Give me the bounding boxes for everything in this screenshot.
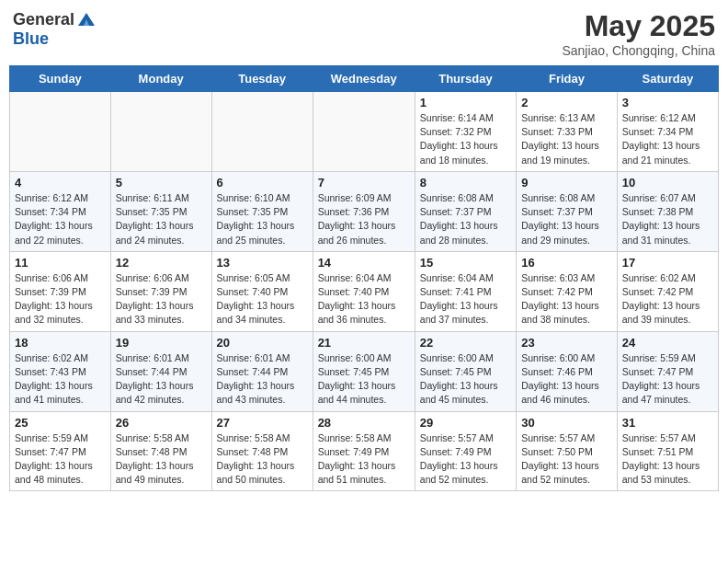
day-number: 14 [318,256,410,270]
calendar-cell: 24Sunrise: 5:59 AMSunset: 7:47 PMDayligh… [617,331,718,411]
calendar-cell: 21Sunrise: 6:00 AMSunset: 7:45 PMDayligh… [313,331,415,411]
calendar-cell: 11Sunrise: 6:06 AMSunset: 7:39 PMDayligh… [10,251,111,331]
day-info: Sunrise: 5:58 AMSunset: 7:48 PMDaylight:… [217,431,308,488]
calendar-cell: 12Sunrise: 6:06 AMSunset: 7:39 PMDayligh… [110,251,211,331]
calendar-cell: 30Sunrise: 5:57 AMSunset: 7:50 PMDayligh… [517,411,618,491]
day-number: 18 [15,336,106,350]
day-number: 8 [420,176,511,190]
day-number: 28 [318,416,410,430]
calendar-cell: 25Sunrise: 5:59 AMSunset: 7:47 PMDayligh… [10,411,111,491]
day-number: 25 [15,416,106,430]
calendar-cell: 5Sunrise: 6:11 AMSunset: 7:35 PMDaylight… [110,171,211,251]
calendar-header-row: SundayMondayTuesdayWednesdayThursdayFrid… [10,66,719,92]
day-info: Sunrise: 6:14 AMSunset: 7:32 PMDaylight:… [420,111,511,167]
calendar-cell [211,92,313,172]
calendar-cell: 16Sunrise: 6:03 AMSunset: 7:42 PMDayligh… [517,251,618,331]
day-number: 27 [217,416,308,430]
calendar-cell [10,92,111,172]
day-number: 17 [622,256,713,270]
day-info: Sunrise: 6:09 AMSunset: 7:36 PMDaylight:… [318,191,410,247]
day-info: Sunrise: 6:08 AMSunset: 7:37 PMDaylight:… [420,191,511,247]
calendar-cell: 13Sunrise: 6:05 AMSunset: 7:40 PMDayligh… [211,251,313,331]
calendar-cell: 28Sunrise: 5:58 AMSunset: 7:49 PMDayligh… [313,411,415,491]
calendar-cell: 20Sunrise: 6:01 AMSunset: 7:44 PMDayligh… [211,331,313,411]
calendar-cell: 27Sunrise: 5:58 AMSunset: 7:48 PMDayligh… [211,411,313,491]
day-number: 2 [521,96,612,109]
day-number: 13 [217,256,308,270]
calendar-cell: 7Sunrise: 6:09 AMSunset: 7:36 PMDaylight… [313,171,415,251]
day-number: 9 [521,176,612,190]
day-number: 10 [622,176,713,190]
day-number: 11 [15,256,106,270]
day-info: Sunrise: 6:00 AMSunset: 7:45 PMDaylight:… [420,351,511,408]
calendar-cell: 1Sunrise: 6:14 AMSunset: 7:32 PMDaylight… [415,92,516,172]
day-info: Sunrise: 6:02 AMSunset: 7:42 PMDaylight:… [622,271,713,327]
day-info: Sunrise: 6:00 AMSunset: 7:45 PMDaylight:… [318,351,410,408]
logo-blue-text: Blue [13,29,49,49]
day-number: 31 [622,416,713,430]
calendar-cell [313,92,415,172]
calendar-table: SundayMondayTuesdayWednesdayThursdayFrid… [9,65,719,491]
day-number: 21 [318,336,410,350]
day-info: Sunrise: 6:06 AMSunset: 7:39 PMDaylight:… [116,271,207,327]
day-number: 15 [420,256,511,270]
column-header-tuesday: Tuesday [211,66,313,92]
day-info: Sunrise: 5:58 AMSunset: 7:48 PMDaylight:… [116,431,207,488]
month-title: May 2025 [562,9,715,43]
day-number: 30 [521,416,612,430]
calendar-cell: 14Sunrise: 6:04 AMSunset: 7:40 PMDayligh… [313,251,415,331]
column-header-thursday: Thursday [415,66,516,92]
calendar-cell: 23Sunrise: 6:00 AMSunset: 7:46 PMDayligh… [517,331,618,411]
day-info: Sunrise: 6:02 AMSunset: 7:43 PMDaylight:… [15,351,106,408]
calendar-cell: 22Sunrise: 6:00 AMSunset: 7:45 PMDayligh… [415,331,516,411]
day-info: Sunrise: 5:58 AMSunset: 7:49 PMDaylight:… [318,431,410,488]
column-header-friday: Friday [517,66,618,92]
calendar-week-4: 18Sunrise: 6:02 AMSunset: 7:43 PMDayligh… [10,331,719,411]
day-number: 6 [217,176,308,190]
calendar-cell: 6Sunrise: 6:10 AMSunset: 7:35 PMDaylight… [211,171,313,251]
calendar-cell: 17Sunrise: 6:02 AMSunset: 7:42 PMDayligh… [617,251,718,331]
day-info: Sunrise: 5:59 AMSunset: 7:47 PMDaylight:… [15,431,106,488]
column-header-sunday: Sunday [10,66,111,92]
day-number: 16 [521,256,612,270]
day-number: 7 [318,176,410,190]
calendar-cell: 15Sunrise: 6:04 AMSunset: 7:41 PMDayligh… [415,251,516,331]
day-info: Sunrise: 6:05 AMSunset: 7:40 PMDaylight:… [217,271,308,327]
calendar-cell: 18Sunrise: 6:02 AMSunset: 7:43 PMDayligh… [10,331,111,411]
day-number: 26 [116,416,207,430]
day-info: Sunrise: 6:03 AMSunset: 7:42 PMDaylight:… [521,271,612,327]
day-info: Sunrise: 6:07 AMSunset: 7:38 PMDaylight:… [622,191,713,247]
calendar-cell: 4Sunrise: 6:12 AMSunset: 7:34 PMDaylight… [10,171,111,251]
calendar-week-3: 11Sunrise: 6:06 AMSunset: 7:39 PMDayligh… [10,251,719,331]
calendar-week-2: 4Sunrise: 6:12 AMSunset: 7:34 PMDaylight… [10,171,719,251]
day-number: 23 [521,336,612,350]
calendar-cell: 2Sunrise: 6:13 AMSunset: 7:33 PMDaylight… [517,92,618,172]
column-header-wednesday: Wednesday [313,66,415,92]
calendar-week-1: 1Sunrise: 6:14 AMSunset: 7:32 PMDaylight… [10,92,719,172]
day-number: 3 [622,96,713,109]
page-header: General Blue May 2025 Sanjiao, Chongqing… [9,9,719,58]
day-number: 20 [217,336,308,350]
day-info: Sunrise: 6:11 AMSunset: 7:35 PMDaylight:… [116,191,207,247]
calendar-cell: 31Sunrise: 5:57 AMSunset: 7:51 PMDayligh… [617,411,718,491]
calendar-cell: 3Sunrise: 6:12 AMSunset: 7:34 PMDaylight… [617,92,718,172]
day-info: Sunrise: 5:57 AMSunset: 7:51 PMDaylight:… [622,431,713,488]
day-info: Sunrise: 6:04 AMSunset: 7:41 PMDaylight:… [420,271,511,327]
day-number: 4 [15,176,106,190]
calendar-cell [110,92,211,172]
column-header-saturday: Saturday [617,66,718,92]
day-number: 12 [116,256,207,270]
day-number: 24 [622,336,713,350]
logo-general-text: General [13,10,74,29]
day-number: 22 [420,336,511,350]
calendar-cell: 26Sunrise: 5:58 AMSunset: 7:48 PMDayligh… [110,411,211,491]
calendar-cell: 10Sunrise: 6:07 AMSunset: 7:38 PMDayligh… [617,171,718,251]
calendar-cell: 8Sunrise: 6:08 AMSunset: 7:37 PMDaylight… [415,171,516,251]
day-info: Sunrise: 5:57 AMSunset: 7:49 PMDaylight:… [420,431,511,488]
calendar-cell: 9Sunrise: 6:08 AMSunset: 7:37 PMDaylight… [517,171,618,251]
logo: General Blue [13,9,97,49]
title-block: May 2025 Sanjiao, Chongqing, China [562,9,715,58]
day-info: Sunrise: 6:12 AMSunset: 7:34 PMDaylight:… [622,111,713,167]
day-info: Sunrise: 5:59 AMSunset: 7:47 PMDaylight:… [622,351,713,408]
calendar-week-5: 25Sunrise: 5:59 AMSunset: 7:47 PMDayligh… [10,411,719,491]
